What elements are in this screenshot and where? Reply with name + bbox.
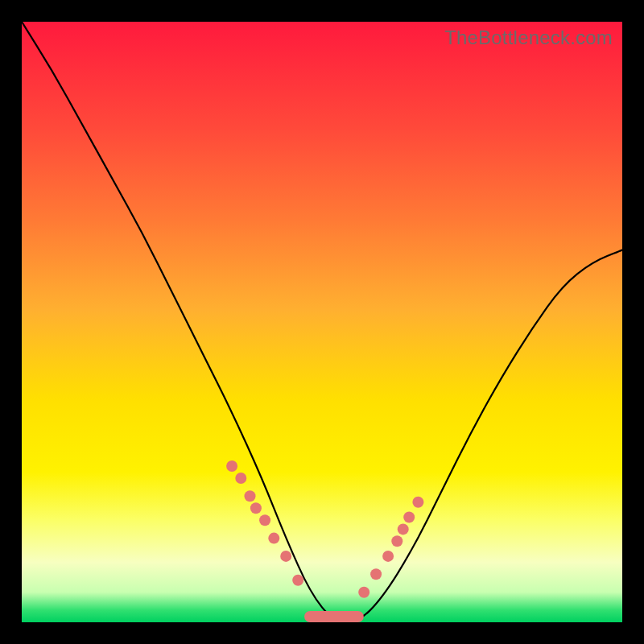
marker-dot [250, 502, 262, 514]
marker-dot [370, 568, 382, 580]
marker-dot [268, 533, 279, 544]
marker-dot [382, 551, 394, 562]
marker-dot [412, 497, 423, 508]
marker-dot [391, 535, 402, 547]
marker-dot [398, 523, 409, 535]
plot-area: TheBottleneck.com [22, 22, 622, 622]
marker-dot [226, 460, 237, 472]
marker-dot [245, 490, 256, 502]
chart-frame: TheBottleneck.com [0, 0, 644, 644]
marker-dot [292, 575, 303, 586]
marker-group [226, 460, 423, 598]
marker-dot [259, 514, 270, 526]
watermark-text: TheBottleneck.com [444, 27, 613, 49]
bottleneck-curve [22, 22, 622, 622]
marker-dot [358, 587, 369, 598]
marker-dot [280, 551, 291, 562]
marker-dot [403, 512, 415, 523]
curve-layer [22, 22, 622, 622]
marker-dot [235, 473, 246, 484]
